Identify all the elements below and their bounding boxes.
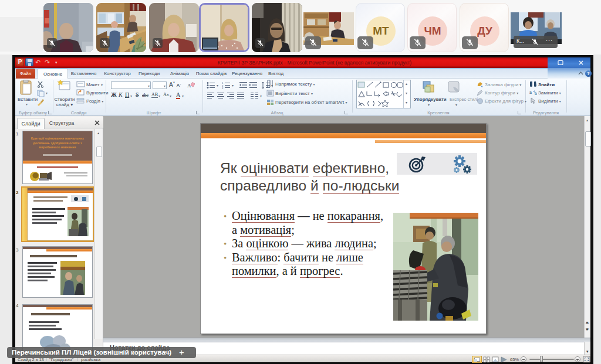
svg-text:b: b: [535, 91, 537, 96]
svg-text:a: a: [529, 90, 532, 94]
svg-text:3: 3: [222, 87, 224, 89]
